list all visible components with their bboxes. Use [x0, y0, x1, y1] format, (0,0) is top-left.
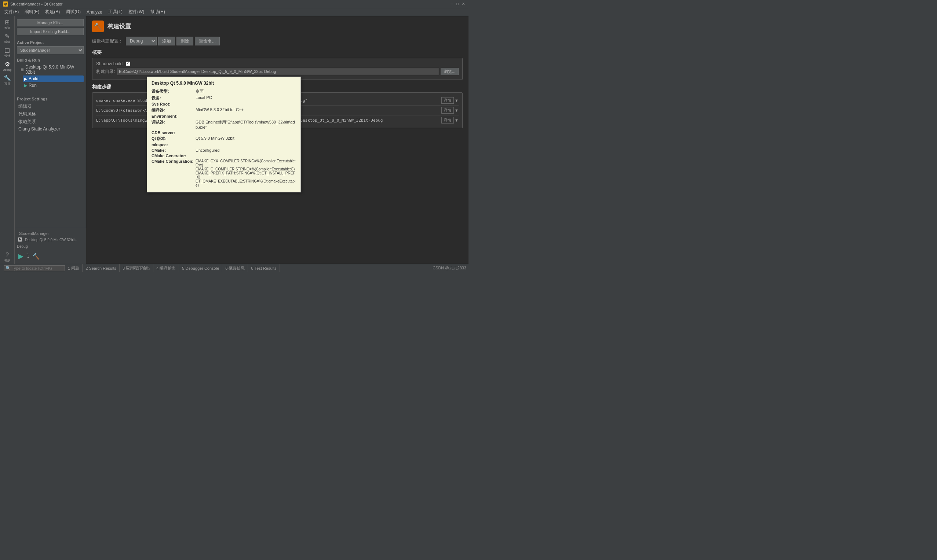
debugger-console-num: 5 [182, 266, 184, 271]
chevron-down-icon-0: ▼ [455, 98, 458, 103]
bottom-debugger-console[interactable]: 5 Debugger Console [179, 264, 222, 272]
settings-editor[interactable]: 编辑器 [17, 103, 83, 110]
detail-btn-0[interactable]: 详情 [441, 97, 454, 104]
settings-code-style[interactable]: 代码风格 [17, 110, 83, 118]
bottom-issues[interactable]: 1 问题 [65, 264, 83, 272]
shadow-build-checkbox[interactable] [126, 62, 130, 66]
sidebar-help[interactable]: ? 帮助 [1, 251, 14, 264]
menu-edit[interactable]: 编辑(E) [22, 8, 42, 16]
issues-num: 1 [68, 266, 70, 271]
summary-title: 概要 [92, 49, 463, 56]
app-icon: Qt [3, 2, 8, 6]
menu-debug[interactable]: 调试(D) [63, 8, 83, 16]
edit-icon: ✎ [5, 32, 9, 40]
run-label: Run [29, 83, 37, 88]
menu-help[interactable]: 帮助(H) [147, 8, 168, 16]
tt-key-1: 设备: [151, 95, 196, 101]
settings-clang[interactable]: Clang Static Analyzer [17, 126, 83, 132]
bottom-app-output[interactable]: 3 应用程序输出 [120, 264, 153, 272]
bottom-right-info: CSDN @九九2333 [432, 265, 466, 271]
desktop-tree-item[interactable]: 🖥 Desktop Qt 5.9.0 MinGW 32bit [19, 64, 83, 75]
window-controls[interactable]: ─ □ ✕ [449, 2, 466, 6]
tt-row-1: 设备: Local PC [151, 95, 296, 101]
device-label: Desktop Qt 5.9.0 MinGW 32bit [25, 238, 75, 242]
left-panel: Manage Kits... Import Existing Build... … [15, 16, 86, 228]
tt-key-2: Sys Root: [151, 102, 196, 106]
design-icon: ◫ [5, 46, 10, 54]
debug-mode-label: Debug [17, 245, 28, 248]
run-tree-item[interactable]: ▶ Run [23, 82, 83, 89]
locate-input[interactable] [12, 266, 63, 271]
menu-tools[interactable]: 工具(T) [105, 8, 125, 16]
build-hammer-btn[interactable]: 🔨 [32, 252, 40, 260]
detail-btn-1[interactable]: 详情 [441, 107, 454, 114]
browse-btn[interactable]: 浏览... [441, 68, 458, 75]
maximize-btn[interactable]: □ [455, 2, 460, 6]
delete-btn[interactable]: 删除 [176, 37, 193, 45]
search-wrap: 🔍 [4, 265, 65, 271]
tt-key-8: mkspec: [151, 143, 196, 147]
tt-val-10 [196, 154, 296, 158]
menu-widgets[interactable]: 控件(W) [125, 8, 147, 16]
monitor-icon: 🖥 [20, 68, 24, 72]
tt-val-9: Unconfigured [196, 148, 296, 152]
search-results-label: Search Results [89, 266, 116, 271]
compile-output-label: 编译输出 [160, 265, 176, 271]
chevron-down-icon-1: ▼ [455, 108, 458, 112]
tt-key-10: CMake Generator: [151, 154, 196, 158]
import-build-btn[interactable]: Import Existing Build... [17, 28, 83, 35]
tt-row-7: Qt 版本: Qt 5.9.0 MinGW 32bit [151, 136, 296, 142]
add-btn[interactable]: 添加 [158, 37, 175, 45]
sidebar-welcome[interactable]: ⊞ 欢迎 [1, 18, 14, 31]
manage-kits-btn[interactable]: Manage Kits... [17, 19, 83, 26]
project-label: 项目 [5, 82, 10, 86]
config-label: 编辑构建配置： [92, 38, 123, 45]
tt-val-5: GDB Engine使用"E:\app\QT\Tools\mingw530_32… [196, 120, 296, 129]
build-icon: ▶ [24, 77, 27, 82]
minimize-btn[interactable]: ─ [449, 2, 454, 6]
rename-btn[interactable]: 重命名... [195, 37, 220, 45]
summary-num: 6 [225, 266, 227, 271]
run-buttons: ▶ ⤵ 🔨 [17, 250, 84, 262]
build-tree-item[interactable]: ▶ Build [23, 75, 83, 82]
tt-key-3: 编译器: [151, 108, 196, 113]
shadow-build-label: Shadow build: [96, 61, 123, 66]
step-into-btn[interactable]: ⤵ [26, 252, 29, 260]
tt-row-9: CMake: Unconfigured [151, 148, 296, 152]
play-btn[interactable]: ▶ [19, 252, 23, 260]
left-bottom-debug: StudentManager 🖥 Desktop Qt 5.9.0 MinGW … [15, 228, 86, 264]
sidebar-edit[interactable]: ✎ 编辑 [1, 32, 14, 45]
sidebar-design[interactable]: ◫ 设计 [1, 45, 14, 58]
build-dir-input[interactable] [117, 68, 439, 75]
design-label: 设计 [5, 54, 10, 58]
menu-file[interactable]: 文件(F) [2, 8, 22, 16]
close-btn[interactable]: ✕ [461, 2, 466, 6]
tt-val-1: Local PC [196, 95, 296, 101]
panel-header: 🔨 构建设置 [92, 20, 463, 32]
menu-analyze[interactable]: Analyze [83, 8, 105, 16]
config-select[interactable]: Debug [126, 37, 157, 45]
config-row: 编辑构建配置： Debug 添加 删除 重命名... [92, 37, 463, 45]
tt-val-11: CMAKE_CXX_COMPILER:STRING=%(Compiler:Exe… [196, 159, 296, 187]
bottom-summary[interactable]: 6 概要信息 [222, 264, 248, 272]
debug-icon: ⚙ [5, 61, 10, 68]
settings-dependencies[interactable]: 依赖关系 [17, 118, 83, 126]
project-select-wrap: StudentManager [17, 46, 83, 54]
help-label: 帮助 [5, 259, 10, 263]
tt-row-0: 设备类型: 桌面 [151, 89, 296, 94]
detail-btn-2[interactable]: 详情 [441, 117, 454, 123]
sidebar-debug[interactable]: ⚙ Debug [1, 59, 14, 72]
menu-build[interactable]: 构建(B) [42, 8, 63, 16]
bottom-test-results[interactable]: 8 Test Results [248, 264, 279, 272]
app-output-num: 3 [122, 266, 125, 271]
bottom-search[interactable]: 2 Search Results [83, 264, 120, 272]
app-output-label: 应用程序输出 [126, 265, 150, 271]
bottom-compile-output[interactable]: 4 编译输出 [153, 264, 179, 272]
titlebar: Qt StudentManager - Qt Creator ─ □ ✕ [0, 0, 468, 8]
main-layout: ⊞ 欢迎 ✎ 编辑 ◫ 设计 ⚙ Debug 🔧 项目 ? 帮助 Manage … [0, 16, 468, 264]
project-select[interactable]: StudentManager [17, 46, 83, 54]
tt-key-7: Qt 版本: [151, 136, 196, 142]
debug-device-row: 🖥 Desktop Qt 5.9.0 MinGW 32bit › [17, 236, 84, 243]
sidebar-project[interactable]: 🔧 项目 [1, 73, 14, 86]
build-label: Build [29, 76, 39, 82]
